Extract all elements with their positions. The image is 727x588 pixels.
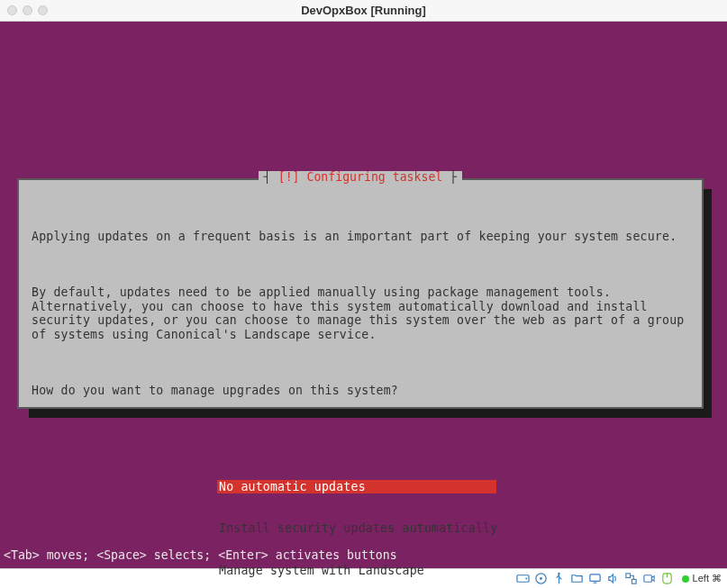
window-controls — [7, 5, 48, 15]
vm-screen: ┤ [!] Configuring tasksel ├ Applying upd… — [0, 22, 727, 568]
menu-option-no-updates[interactable]: No automatic updates — [217, 480, 496, 494]
tasksel-dialog: ┤ [!] Configuring tasksel ├ Applying upd… — [17, 178, 704, 409]
dialog-paragraph: How do you want to manage upgrades on th… — [32, 384, 689, 398]
close-window-button[interactable] — [7, 5, 17, 15]
minimize-window-button[interactable] — [23, 5, 32, 15]
help-bar: <Tab> moves; <Space> selects; <Enter> ac… — [4, 549, 397, 561]
dialog-body: Applying updates on a frequent basis is … — [19, 180, 702, 588]
window-title: DevOpxBox [Running] — [301, 4, 426, 17]
dialog-title: [!] Configuring tasksel — [271, 170, 450, 184]
zoom-window-button[interactable] — [38, 5, 48, 15]
dialog-title-bracket-right: ├ — [450, 170, 457, 184]
dialog-paragraph: By default, updates need to be applied m… — [32, 285, 689, 341]
dialog-title-bracket-left: ┤ — [264, 170, 271, 184]
menu-options: No automatic updates Install security up… — [32, 452, 689, 589]
dialog-title-container: ┤ [!] Configuring tasksel ├ — [19, 171, 702, 183]
menu-option-landscape[interactable]: Manage system with Landscape — [217, 564, 426, 578]
window-titlebar: DevOpxBox [Running] — [0, 0, 727, 22]
dialog-paragraph: Applying updates on a frequent basis is … — [32, 230, 689, 244]
menu-option-auto-security[interactable]: Install security updates automatically — [217, 521, 499, 536]
